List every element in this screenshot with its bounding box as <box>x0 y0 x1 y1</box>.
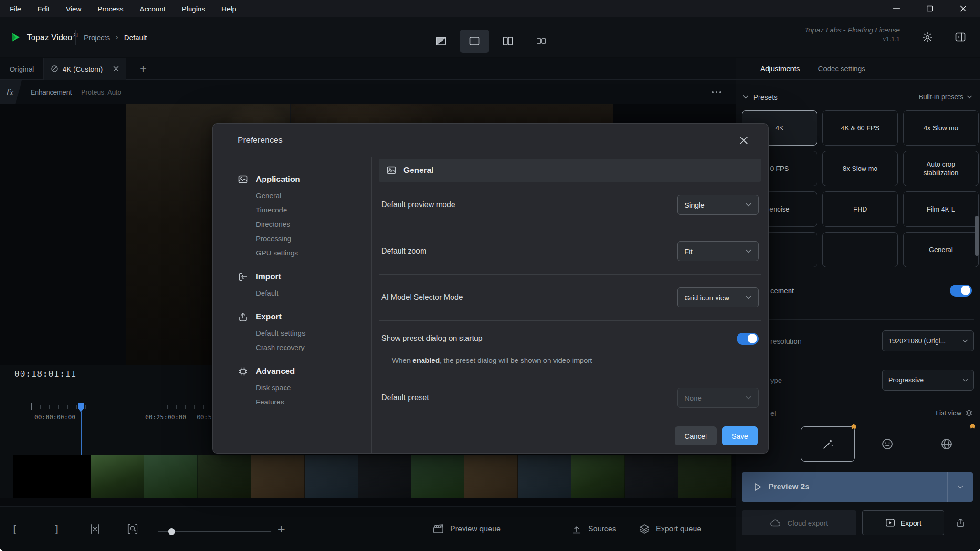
zoom-tool-button[interactable] <box>126 507 139 551</box>
menu-process[interactable]: Process <box>95 5 126 13</box>
menu-help[interactable]: Help <box>219 5 239 13</box>
view-split-button[interactable] <box>493 30 523 53</box>
window-controls <box>880 0 980 17</box>
nav-item-timecode[interactable]: Timecode <box>256 203 371 217</box>
share-export-button[interactable] <box>948 510 973 535</box>
model-view-switch[interactable]: List view <box>936 409 973 417</box>
timeline-zoom-slider[interactable] <box>158 531 271 532</box>
tab-original[interactable]: Original <box>0 58 44 80</box>
save-button[interactable]: Save <box>722 426 758 445</box>
export-queue-button[interactable]: Export queue <box>639 507 701 551</box>
preview-queue-button[interactable]: Preview queue <box>432 507 501 551</box>
preset-dialog-help-text: When enabled, the preset dialog will be … <box>379 356 761 377</box>
clapperboard-icon <box>432 523 444 535</box>
zoom-in-button[interactable]: + <box>278 507 285 551</box>
preset-tile[interactable]: Auto crop stabilization <box>903 151 979 186</box>
nav-item-directories[interactable]: Directories <box>256 217 371 232</box>
menu-plugins[interactable]: Plugins <box>179 5 208 13</box>
preferences-dialog: Preferences Application General Timecode <box>212 123 769 454</box>
preset-tile[interactable]: General <box>903 232 979 267</box>
fx-label: fx <box>6 87 13 97</box>
menu-file[interactable]: File <box>7 5 24 13</box>
preview-2s-button[interactable]: Preview 2s <box>742 472 973 502</box>
model-tile[interactable] <box>860 426 914 462</box>
view-compare-button[interactable] <box>426 30 456 53</box>
smiley-icon <box>881 437 894 451</box>
resolution-dropdown[interactable]: 1920×1080 (Origi... <box>882 330 974 351</box>
breadcrumb-projects[interactable]: Projects <box>84 33 110 42</box>
nav-export[interactable]: Export <box>238 311 371 323</box>
ruler-label: 00:5 <box>197 413 211 421</box>
set-out-point-button[interactable]: ] <box>53 507 60 551</box>
cloud-export-button[interactable]: Cloud export <box>742 510 856 535</box>
scan-type-dropdown[interactable]: Progressive <box>882 370 974 391</box>
preset-tile[interactable]: 8x Slow mo <box>822 151 898 186</box>
add-tab-button[interactable]: + <box>133 58 154 80</box>
playhead-handle[interactable] <box>78 403 84 412</box>
timeline-filmstrip[interactable] <box>13 455 732 498</box>
menu-edit[interactable]: Edit <box>34 5 53 13</box>
preview-mode-dropdown[interactable]: Single <box>677 195 759 215</box>
filter-more-button[interactable] <box>712 91 721 93</box>
preset-tile[interactable] <box>822 232 898 267</box>
nav-item-gpu-settings[interactable]: GPU settings <box>256 246 371 260</box>
app-header: Topaz VideoAI Projects › Default <box>0 17 980 57</box>
dialog-title-bar: Preferences <box>213 124 768 157</box>
close-icon <box>739 136 748 145</box>
tab-adjustments[interactable]: Adjustments <box>760 64 800 73</box>
tab-close-button[interactable] <box>113 66 119 72</box>
default-preset-dropdown[interactable]: None <box>677 388 759 408</box>
model-tile[interactable] <box>919 426 973 462</box>
ai-model-row: el List view <box>736 404 980 422</box>
filmstrip-thumbnail <box>198 455 251 498</box>
filmstrip-thumbnail <box>518 455 571 498</box>
trim-button[interactable] <box>89 507 101 551</box>
presets-filter-dropdown[interactable]: Built-In presets <box>919 93 980 101</box>
sources-button[interactable]: Sources <box>571 507 616 551</box>
preset-dialog-toggle[interactable] <box>737 333 759 345</box>
nav-application[interactable]: Application <box>238 173 371 186</box>
panel-scrollbar[interactable] <box>975 216 979 256</box>
nav-item-features[interactable]: Features <box>256 395 371 409</box>
chevron-down-icon <box>746 296 751 299</box>
presets-collapse-toggle[interactable]: Presets <box>736 93 778 101</box>
nav-advanced[interactable]: Advanced <box>238 365 371 378</box>
enhancement-toggle[interactable] <box>950 285 972 297</box>
nav-item-general[interactable]: General <box>256 189 371 203</box>
export-button[interactable]: Export <box>862 510 944 535</box>
nav-item-processing[interactable]: Processing <box>256 232 371 246</box>
dialog-title: Preferences <box>238 136 283 145</box>
tab-codec-settings[interactable]: Codec settings <box>818 64 865 73</box>
nav-item-disk-space[interactable]: Disk space <box>256 381 371 395</box>
model-selector-mode-dropdown[interactable]: Grid icon view <box>677 287 759 307</box>
nav-item-default-settings[interactable]: Default settings <box>256 326 371 340</box>
maximize-button[interactable] <box>913 0 947 17</box>
nav-item-crash-recovery[interactable]: Crash recovery <box>256 340 371 355</box>
nav-item-import-default[interactable]: Default <box>256 286 371 300</box>
preset-tile[interactable]: FHD <box>822 191 898 227</box>
zoom-slider-knob[interactable] <box>168 528 175 535</box>
preview-options-dropdown[interactable] <box>947 472 973 502</box>
menu-view[interactable]: View <box>63 5 84 13</box>
close-window-button[interactable] <box>947 0 980 17</box>
view-compare-icon <box>435 36 447 46</box>
settings-button[interactable] <box>917 27 938 48</box>
default-zoom-dropdown[interactable]: Fit <box>677 241 759 261</box>
nav-group-advanced: Advanced Disk space Features <box>238 365 371 409</box>
dialog-close-button[interactable] <box>736 132 752 148</box>
set-in-point-button[interactable]: [ <box>11 507 18 551</box>
minimize-button[interactable] <box>880 0 913 17</box>
view-side-by-side-button[interactable] <box>527 30 556 53</box>
preset-tile[interactable]: 4K & 60 FPS <box>822 110 898 146</box>
cancel-button[interactable]: Cancel <box>675 426 717 445</box>
model-tile-selected[interactable] <box>801 426 855 462</box>
nav-import[interactable]: Import <box>238 271 371 283</box>
layers-icon <box>639 523 650 535</box>
tab-4k-custom[interactable]: 4K (Custom) <box>44 58 126 80</box>
preset-tile[interactable]: 4x Slow mo <box>903 110 979 146</box>
toggle-panel-button[interactable] <box>948 27 972 48</box>
menu-account[interactable]: Account <box>137 5 168 13</box>
preset-tile[interactable]: Film 4K L <box>903 191 979 227</box>
view-single-button[interactable] <box>460 30 489 53</box>
app-window: File Edit View Process Account Plugins H… <box>0 0 980 551</box>
